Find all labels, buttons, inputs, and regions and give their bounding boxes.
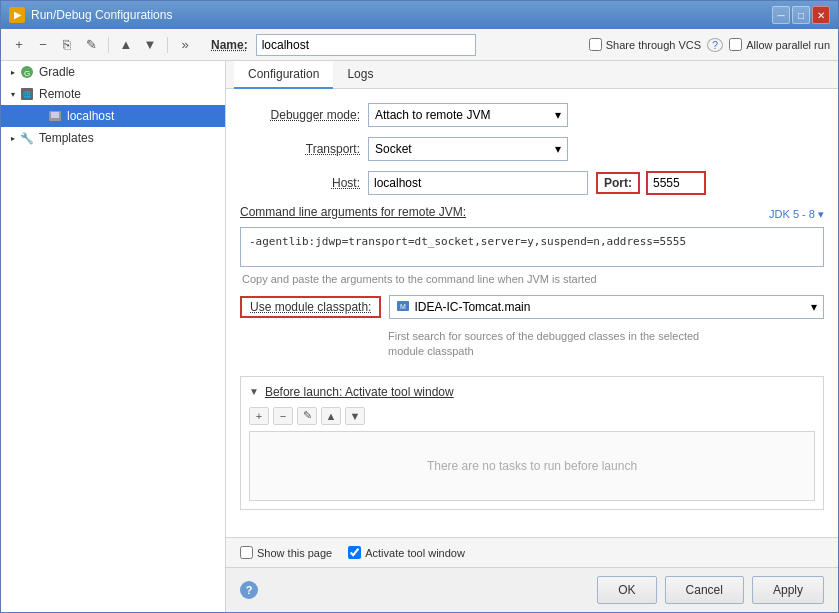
port-label: Port: <box>596 172 640 194</box>
cmdline-box[interactable]: -agentlib:jdwp=transport=dt_socket,serve… <box>240 227 824 267</box>
sidebar: G Gradle 🌐 Remote localhost <box>1 61 226 612</box>
debugger-mode-label: Debugger mode: <box>240 108 360 122</box>
add-button[interactable]: + <box>9 35 29 55</box>
copy-button[interactable]: ⎘ <box>57 35 77 55</box>
module-hint: First search for sources of the debugged… <box>388 329 824 360</box>
activate-window-checkbox-label[interactable]: Activate tool window <box>348 546 465 559</box>
gradle-icon: G <box>19 64 35 80</box>
transport-value: Socket <box>375 142 551 156</box>
window-title: Run/Debug Configurations <box>31 8 172 22</box>
footer-checkboxes: Show this page Activate tool window <box>226 537 838 567</box>
share-vcs-checkbox-label[interactable]: Share through VCS <box>589 38 701 51</box>
svg-text:M: M <box>400 303 406 310</box>
launch-edit-button[interactable]: ✎ <box>297 407 317 425</box>
remove-button[interactable]: − <box>33 35 53 55</box>
debugger-mode-select[interactable]: Attach to remote JVM ▾ <box>368 103 568 127</box>
activate-window-checkbox[interactable] <box>348 546 361 559</box>
launch-down-button[interactable]: ▼ <box>345 407 365 425</box>
launch-add-button[interactable]: + <box>249 407 269 425</box>
localhost-label: localhost <box>67 109 114 123</box>
move-up-button[interactable]: ▲ <box>116 35 136 55</box>
gradle-expand-icon <box>7 66 19 78</box>
sidebar-item-localhost[interactable]: localhost <box>1 105 225 127</box>
share-vcs-label: Share through VCS <box>606 39 701 51</box>
templates-expand-icon <box>7 132 19 144</box>
help-button[interactable]: ? <box>240 581 258 599</box>
transport-label: Transport: <box>240 142 360 156</box>
tab-logs[interactable]: Logs <box>333 61 387 89</box>
module-section: Use module classpath: M IDEA-IC-Tomcat.m… <box>240 295 824 360</box>
show-page-checkbox-label[interactable]: Show this page <box>240 546 332 559</box>
footer-right-buttons: OK Cancel Apply <box>597 576 824 604</box>
name-label: Name: <box>211 38 248 52</box>
close-button[interactable]: ✕ <box>812 6 830 24</box>
module-classpath-select[interactable]: M IDEA-IC-Tomcat.main ▾ <box>389 295 824 319</box>
footer-buttons: ? OK Cancel Apply <box>226 567 838 612</box>
show-page-checkbox[interactable] <box>240 546 253 559</box>
parallel-run-checkbox[interactable] <box>729 38 742 51</box>
cmdline-hint: Copy and paste the arguments to the comm… <box>240 273 824 285</box>
host-label: Host: <box>240 176 360 190</box>
vcs-section: Share through VCS ? Allow parallel run <box>589 38 830 52</box>
apply-button[interactable]: Apply <box>752 576 824 604</box>
module-chevron: ▾ <box>811 300 817 314</box>
transport-chevron: ▾ <box>555 142 561 156</box>
parallel-run-label: Allow parallel run <box>746 39 830 51</box>
more-button[interactable]: » <box>175 35 195 55</box>
debugger-mode-value: Attach to remote JVM <box>375 108 551 122</box>
port-input[interactable] <box>646 171 706 195</box>
templates-icon: 🔧 <box>19 130 35 146</box>
run-debug-configurations-window: ▶ Run/Debug Configurations ─ □ ✕ + − ⎘ ✎… <box>0 0 839 613</box>
sidebar-item-templates[interactable]: 🔧 Templates <box>1 127 225 149</box>
port-section: Port: <box>596 171 706 195</box>
title-bar-controls: ─ □ ✕ <box>772 6 830 24</box>
name-input[interactable] <box>256 34 476 56</box>
svg-text:G: G <box>24 69 30 78</box>
tab-content-configuration: Debugger mode: Attach to remote JVM ▾ Tr… <box>226 89 838 537</box>
remote-label: Remote <box>39 87 81 101</box>
tab-configuration[interactable]: Configuration <box>234 61 333 89</box>
cancel-button[interactable]: Cancel <box>665 576 744 604</box>
right-panel: Configuration Logs Debugger mode: Attach… <box>226 61 838 612</box>
transport-select[interactable]: Socket ▾ <box>368 137 568 161</box>
launch-empty-state: There are no tasks to run before launch <box>249 431 815 501</box>
host-port-row: Host: Port: <box>240 171 824 195</box>
sidebar-item-gradle[interactable]: G Gradle <box>1 61 225 83</box>
toolbar-separator <box>108 37 109 53</box>
main-content: G Gradle 🌐 Remote localhost <box>1 61 838 612</box>
move-down-button[interactable]: ▼ <box>140 35 160 55</box>
title-bar: ▶ Run/Debug Configurations ─ □ ✕ <box>1 1 838 29</box>
before-launch-header: ▼ Before launch: Activate tool window <box>249 385 815 399</box>
remote-expand-icon <box>7 88 19 100</box>
gradle-label: Gradle <box>39 65 75 79</box>
cmdline-label: Command line arguments for remote JVM: <box>240 205 466 219</box>
launch-toolbar: + − ✎ ▲ ▼ <box>249 407 815 425</box>
svg-text:🌐: 🌐 <box>23 90 32 99</box>
sidebar-item-remote[interactable]: 🌐 Remote <box>1 83 225 105</box>
edit-button[interactable]: ✎ <box>81 35 101 55</box>
toolbar: + − ⎘ ✎ ▲ ▼ » Name: Share through VCS ? … <box>1 29 838 61</box>
module-icon: M <box>396 299 410 316</box>
activate-window-label: Activate tool window <box>365 547 465 559</box>
localhost-icon <box>47 108 63 124</box>
module-row: Use module classpath: M IDEA-IC-Tomcat.m… <box>240 295 824 319</box>
cmdline-section: Command line arguments for remote JVM: J… <box>240 205 824 285</box>
launch-up-button[interactable]: ▲ <box>321 407 341 425</box>
vcs-help-icon[interactable]: ? <box>707 38 723 52</box>
toolbar-separator-2 <box>167 37 168 53</box>
parallel-run-checkbox-label[interactable]: Allow parallel run <box>729 38 830 51</box>
before-launch-collapse-icon[interactable]: ▼ <box>249 386 259 397</box>
share-vcs-checkbox[interactable] <box>589 38 602 51</box>
ok-button[interactable]: OK <box>597 576 656 604</box>
launch-remove-button[interactable]: − <box>273 407 293 425</box>
svg-rect-5 <box>51 112 59 118</box>
jdk-link[interactable]: JDK 5 - 8 ▾ <box>769 208 824 221</box>
templates-label: Templates <box>39 131 94 145</box>
host-input[interactable] <box>368 171 588 195</box>
maximize-button[interactable]: □ <box>792 6 810 24</box>
debugger-mode-chevron: ▾ <box>555 108 561 122</box>
minimize-button[interactable]: ─ <box>772 6 790 24</box>
remote-icon: 🌐 <box>19 86 35 102</box>
before-launch-title: Before launch: Activate tool window <box>265 385 454 399</box>
module-classpath-label: Use module classpath: <box>240 296 381 318</box>
